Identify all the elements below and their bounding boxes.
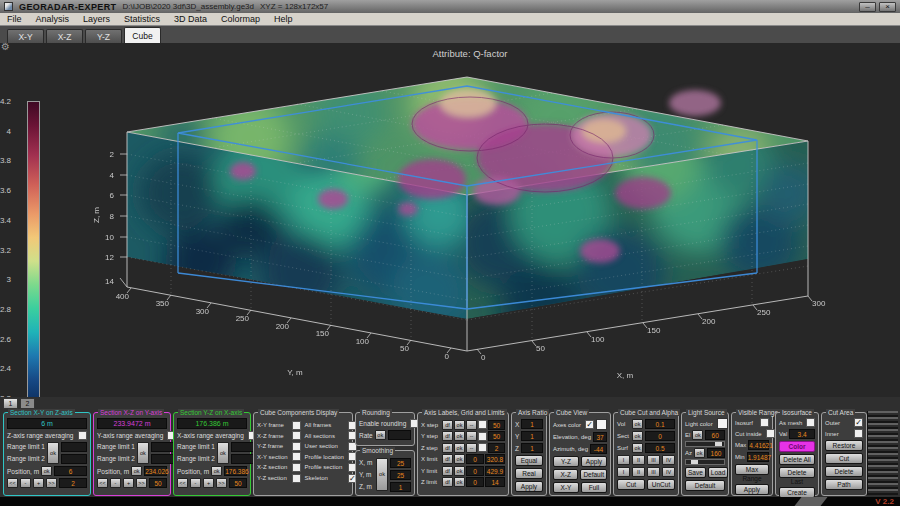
range-limit1-field[interactable] [61,442,87,452]
position-field[interactable]: 6 [54,466,87,476]
menu-help[interactable]: Help [267,14,300,24]
view-yz-button[interactable]: Y-Z [553,456,579,467]
ok-button[interactable]: ok [454,431,465,441]
sect-ok-button[interactable]: ok [632,431,643,441]
step-field[interactable]: 2 [59,478,87,488]
quadrant-3-button[interactable]: III [647,455,660,465]
view-default-button[interactable]: Default [580,469,607,480]
ok-button[interactable]: ok [454,420,465,430]
light-elevation-field[interactable]: 60 [705,430,725,440]
max-range-button[interactable]: Max Range [735,464,769,475]
cut-button[interactable]: Cut [617,479,645,490]
step-back-button[interactable]: - [110,478,121,488]
y-limit-to-field[interactable]: 429.9 [485,466,505,476]
azimuth-field[interactable]: -44 [590,444,607,454]
x-limit-from-field[interactable]: 0 [466,454,484,464]
ratio-z-field[interactable]: 1 [521,443,543,453]
z-limit-from-field[interactable]: 0 [466,477,484,487]
z-step-checkbox[interactable] [478,443,487,452]
step-last-button[interactable]: >> [136,478,147,488]
apply-button[interactable]: Apply [515,481,543,492]
df-button[interactable]: df [442,420,453,430]
view-full-button[interactable]: Full [581,482,607,493]
range-ok-button[interactable]: ok [217,442,229,464]
elevation-field[interactable]: 37 [593,432,607,442]
position-field[interactable]: 176.386 [224,466,247,476]
quadrant-4-button[interactable]: IV [662,455,675,465]
vol-ok-button[interactable]: ok [632,419,643,429]
menu-colormap[interactable]: Colormap [214,14,267,24]
surf-ok-button[interactable]: ok [632,443,643,453]
view-xz-button[interactable]: X-Z [553,469,578,480]
light-azimuth-field[interactable]: 160 [707,448,725,458]
dash-button[interactable]: -- [466,431,477,441]
xz-frame-checkbox[interactable] [292,431,301,440]
cut-inside-checkbox[interactable] [766,429,775,438]
x-step-checkbox[interactable] [478,420,487,429]
quadrant-3b-button[interactable]: III [647,467,660,477]
rate-field[interactable] [388,430,411,440]
sect-alpha-field[interactable]: 0 [645,431,675,441]
smoothing-ok-button[interactable]: ok [376,458,388,491]
yz-section-checkbox[interactable] [292,474,301,483]
isosurf-checkbox[interactable] [760,418,769,427]
light-default-button[interactable]: Default [685,480,725,491]
axes-color-swatch[interactable] [596,419,607,430]
position-ok-button[interactable]: ok [131,466,142,476]
tab-yz[interactable]: Y-Z [85,29,122,43]
axes-color-checkbox[interactable]: ✓ [585,420,594,429]
quadrant-1b-button[interactable]: I [617,467,630,477]
menu-analysis[interactable]: Analysis [29,14,77,24]
path-button[interactable]: Path [825,479,863,490]
range-min-field[interactable]: 1.91487 [747,452,769,462]
step-back-button[interactable]: - [190,478,201,488]
uncut-button[interactable]: UnCut [647,479,675,490]
step-last-button[interactable]: >> [216,478,227,488]
cube-3d-scene[interactable]: Attribute: Q-factor [0,43,900,397]
menu-layers[interactable]: Layers [76,14,117,24]
position-ok-button[interactable]: ok [211,466,222,476]
position-field[interactable]: 234.026 [144,466,167,476]
close-button[interactable]: × [879,2,896,12]
x-step-field[interactable]: 50 [488,420,505,430]
quadrant-4b-button[interactable]: IV [662,467,675,477]
rate-ok-button[interactable]: ok [375,430,386,440]
position-ok-button[interactable]: ok [41,466,52,476]
df-button[interactable]: df [442,477,453,487]
xz-section-checkbox[interactable] [292,463,301,472]
view-xy-button[interactable]: X-Y [553,482,579,493]
range-max-field[interactable]: 4.41621 [748,440,769,450]
inner-checkbox[interactable] [854,429,863,438]
df-button[interactable]: df [442,431,453,441]
menu-file[interactable]: File [0,14,29,24]
z-limit-to-field[interactable]: 14 [485,477,505,487]
range-ok-button[interactable]: ok [47,442,59,464]
range-limit2-field[interactable] [61,454,87,464]
df-button[interactable]: df [442,443,453,453]
step-field[interactable]: 50 [149,478,167,488]
dash-button[interactable]: -- [466,443,477,453]
menu-statistics[interactable]: Statistics [117,14,167,24]
df-button[interactable]: df [442,466,453,476]
tab-cube[interactable]: Cube [124,27,161,43]
light-load-button[interactable]: Load [708,467,728,478]
quadrant-2b-button[interactable]: II [632,467,645,477]
vol-alpha-field[interactable]: 0.1 [645,419,675,429]
smoothing-z-field[interactable]: 1 [390,482,411,492]
y-step-field[interactable]: 50 [488,431,505,441]
step-first-button[interactable]: << [177,478,188,488]
step-first-button[interactable]: << [97,478,108,488]
tab-xy[interactable]: X-Y [7,29,44,43]
outer-checkbox[interactable]: ✓ [854,418,863,427]
isosurface-value-field[interactable]: 3.4 [789,429,815,439]
cut-area-delete-button[interactable]: Delete [825,466,863,477]
tab-xz[interactable]: X-Z [46,29,83,43]
step-field[interactable]: 50 [229,478,247,488]
menu-3d-data[interactable]: 3D Data [167,14,214,24]
y-limit-from-field[interactable]: 0 [466,466,484,476]
ok-button[interactable]: ok [454,454,465,464]
light-save-button[interactable]: Save [685,467,706,478]
x-limit-to-field[interactable]: 320.8 [485,454,505,464]
xy-frame-checkbox[interactable] [292,421,301,430]
ratio-x-field[interactable]: 1 [521,419,543,429]
